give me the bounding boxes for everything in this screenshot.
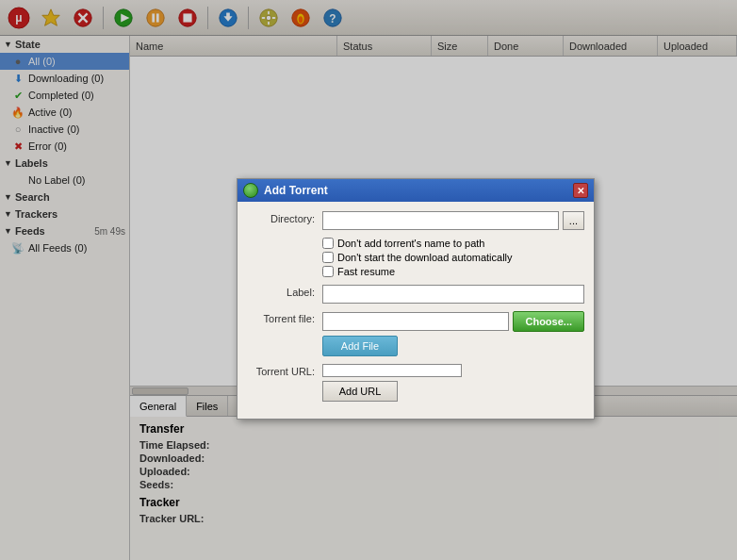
choose-button[interactable]: Choose... (513, 311, 584, 332)
dialog-title: Add Torrent (264, 184, 567, 197)
torrent-file-label: Torrent file: (247, 311, 322, 324)
dialog-close-button[interactable]: ✕ (573, 183, 588, 198)
directory-input-group: ... (322, 211, 584, 230)
dialog-body: Directory: ... Don't add torrent's name … (237, 202, 594, 419)
checkbox-row-1: Don't add torrent's name to path (322, 238, 584, 249)
checkbox-row-2: Don't start the download automatically (322, 252, 584, 263)
directory-label: Directory: (247, 211, 322, 224)
add-url-button[interactable]: Add URL (322, 381, 398, 402)
add-file-button[interactable]: Add File (322, 336, 398, 356)
no-start-checkbox[interactable] (322, 252, 334, 263)
dialog-title-icon (243, 183, 258, 198)
modal-overlay: Add Torrent ✕ Directory: ... Don't add t… (0, 0, 737, 560)
add-torrent-dialog: Add Torrent ✕ Directory: ... Don't add t… (237, 178, 595, 420)
torrent-url-input[interactable] (322, 364, 462, 377)
checkbox-group: Don't add torrent's name to path Don't s… (322, 238, 584, 277)
fast-resume-checkbox[interactable] (322, 266, 334, 277)
torrent-file-input[interactable] (322, 312, 509, 331)
checkbox-label-1: Don't add torrent's name to path (337, 238, 484, 249)
checkbox-label-2: Don't start the download automatically (337, 252, 513, 263)
torrent-url-group: Add URL (322, 364, 584, 402)
label-input[interactable] (322, 285, 584, 304)
checkbox-row-3: Fast resume (322, 266, 584, 277)
checkbox-label-3: Fast resume (337, 266, 395, 277)
dialog-titlebar: Add Torrent ✕ (237, 179, 594, 202)
browse-button[interactable]: ... (563, 211, 584, 230)
no-name-to-path-checkbox[interactable] (322, 238, 334, 249)
torrent-url-row: Torrent URL: Add URL (247, 364, 584, 402)
torrent-file-input-row: Choose... (322, 311, 584, 332)
label-field-label: Label: (247, 285, 322, 298)
torrent-file-row: Torrent file: Choose... Add File (247, 311, 584, 356)
torrent-file-group: Choose... Add File (322, 311, 584, 356)
directory-row: Directory: ... (247, 211, 584, 230)
directory-input[interactable] (322, 211, 559, 230)
torrent-url-label: Torrent URL: (247, 364, 322, 377)
label-row: Label: (247, 285, 584, 304)
